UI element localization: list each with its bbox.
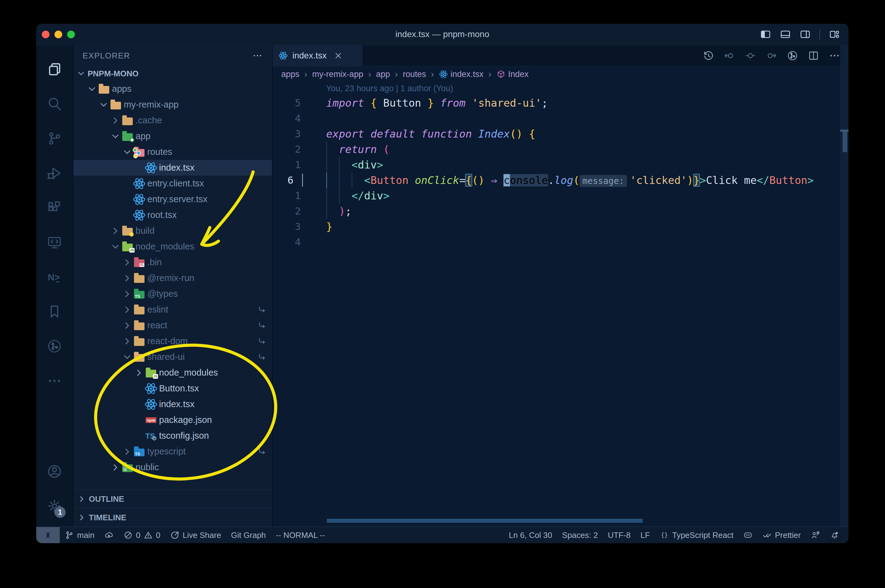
chevron-right-icon[interactable]	[122, 257, 132, 268]
activity-remote-explorer[interactable]	[43, 225, 66, 260]
nav-forward-icon[interactable]	[766, 50, 777, 62]
tree-item-shared-ui[interactable]: shared-ui	[73, 349, 272, 365]
close-tab-icon[interactable]	[334, 51, 343, 60]
tree-item-eslint[interactable]: eslint	[73, 302, 272, 318]
status-eol[interactable]: LF	[635, 527, 655, 543]
chevron-right-icon[interactable]	[134, 368, 144, 378]
activity-run-debug[interactable]	[43, 156, 66, 190]
breadcrumb-item-apps[interactable]: apps	[281, 69, 300, 79]
layout-customize-icon[interactable]	[829, 29, 840, 40]
tree-item-build[interactable]: build	[73, 223, 272, 238]
status-label: TypeScript React	[672, 531, 733, 540]
scrollbar-thumb[interactable]	[843, 132, 847, 152]
views-more-actions-icon[interactable]	[252, 50, 263, 61]
tree-item-root.tsx[interactable]: root.tsx	[73, 207, 272, 223]
tree-item-my-remix-app[interactable]: my-remix-app	[73, 97, 272, 112]
status-live-share[interactable]: Live Share	[165, 527, 226, 543]
status-publish[interactable]	[99, 527, 119, 543]
status-git-branch[interactable]: main	[60, 527, 99, 543]
more-actions-icon[interactable]	[829, 50, 840, 62]
tree-item-tsconfig.json[interactable]: TStsconfig.json	[73, 428, 272, 444]
activity-more-views[interactable]	[43, 363, 66, 398]
tree-item-@types[interactable]: TS@types	[73, 286, 272, 302]
tree-item-index.tsx[interactable]: index.tsx	[73, 396, 272, 412]
gitlens-graph-icon[interactable]	[787, 50, 798, 62]
chevron-down-icon[interactable]	[110, 131, 121, 142]
chevron-right-icon[interactable]	[110, 115, 121, 126]
tree-item-.cache[interactable]: .cache	[73, 112, 272, 128]
tree-item-node_modules[interactable]: JSnode_modules	[73, 365, 272, 381]
chevron-right-icon[interactable]	[110, 226, 121, 236]
remote-indicator-icon	[43, 530, 53, 540]
activity-settings[interactable]: 1	[43, 489, 66, 524]
status-notifications[interactable]	[825, 527, 844, 543]
tree-item-react[interactable]: react	[73, 318, 272, 333]
chevron-right-icon[interactable]	[122, 446, 132, 457]
tree-item-entry.client.tsx[interactable]: entry.client.tsx	[73, 176, 272, 191]
breadcrumb-item-index.tsx[interactable]: index.tsx	[439, 69, 484, 79]
chevron-down-icon[interactable]	[110, 242, 121, 252]
breadcrumb-item-app[interactable]: app	[376, 69, 390, 79]
status-encoding[interactable]: UTF-8	[603, 527, 635, 543]
chevron-down-icon[interactable]	[122, 147, 132, 158]
tree-item-Button.tsx[interactable]: Button.tsx	[73, 381, 272, 396]
feedback-icon	[811, 531, 820, 540]
horizontal-scrollbar[interactable]	[327, 519, 643, 523]
activity-extensions[interactable]	[43, 190, 66, 225]
panel-outline[interactable]: OUTLINE	[73, 489, 272, 508]
activity-bookmarks[interactable]	[43, 294, 66, 329]
layout-sidebar-right-icon[interactable]	[799, 29, 811, 40]
tree-item-.bin[interactable]: 01.bin	[73, 254, 272, 270]
chevron-down-icon[interactable]	[122, 352, 132, 362]
breadcrumb-item-routes[interactable]: routes	[403, 69, 426, 79]
layout-panel-icon[interactable]	[780, 29, 791, 40]
status-problems[interactable]: 00	[119, 527, 165, 543]
status-remote[interactable]	[36, 527, 60, 543]
tree-item-node_modules[interactable]: JSnode_modules	[73, 238, 272, 254]
tree-item-@remix-run[interactable]: @remix-run	[73, 270, 272, 286]
status-copilot[interactable]	[738, 527, 757, 543]
status-feedback[interactable]	[806, 527, 825, 543]
nav-dot-icon[interactable]	[745, 50, 756, 62]
status-cursor-position[interactable]: Ln 6, Col 30	[504, 527, 557, 543]
chevron-right-icon[interactable]	[110, 462, 121, 473]
chevron-right-icon[interactable]	[122, 289, 132, 299]
nav-back-icon[interactable]	[724, 50, 735, 62]
tree-item-public[interactable]: ☷public	[73, 459, 272, 475]
status-formatter[interactable]: Prettier	[757, 527, 806, 543]
activity-explorer[interactable]	[43, 52, 66, 87]
breadcrumb-item-Index[interactable]: Index	[496, 69, 528, 79]
status-git-graph[interactable]: Git Graph	[226, 527, 271, 543]
tree-item-package.json[interactable]: npmpackage.json	[73, 412, 272, 428]
status-indentation[interactable]: Spaces: 2	[557, 527, 603, 543]
tree-item-typescript[interactable]: TStypescript	[73, 444, 272, 459]
tree-item-react-dom[interactable]: react-dom	[73, 333, 272, 349]
chevron-right-icon[interactable]	[122, 273, 132, 284]
status-language-mode[interactable]: {}TypeScript React	[655, 527, 738, 543]
activity-source-control[interactable]	[43, 121, 66, 156]
vertical-scrollbar[interactable]	[840, 45, 849, 526]
tree-item-routes[interactable]: routes	[73, 144, 272, 160]
workspace-section-header[interactable]: PNPM-MONO	[73, 66, 272, 81]
chevron-right-icon[interactable]	[122, 304, 132, 315]
layout-sidebar-left-icon[interactable]	[760, 29, 771, 40]
code-editor[interactable]: You, 23 hours ago | 1 author (You)5impor…	[272, 82, 849, 526]
tree-item-entry.server.tsx[interactable]: entry.server.tsx	[73, 191, 272, 207]
split-editor-icon[interactable]	[808, 50, 819, 62]
panel-timeline[interactable]: TIMELINE	[73, 508, 272, 526]
chevron-right-icon[interactable]	[122, 320, 132, 331]
activity-nx-console[interactable]: N>	[43, 260, 66, 294]
breadcrumb-item-my-remix-app[interactable]: my-remix-app	[312, 69, 363, 79]
tree-item-apps[interactable]: apps	[73, 81, 272, 97]
tab-index-tsx[interactable]: index.tsx	[272, 45, 363, 66]
activity-search[interactable]	[43, 87, 66, 121]
history-icon[interactable]	[703, 50, 714, 62]
chevron-down-icon[interactable]	[87, 84, 97, 94]
activity-gitlens[interactable]	[43, 329, 66, 363]
tree-item-app[interactable]: app	[73, 128, 272, 144]
status-vim-mode[interactable]: -- NORMAL --	[271, 527, 330, 543]
chevron-down-icon[interactable]	[98, 99, 109, 110]
activity-accounts[interactable]	[43, 454, 66, 489]
tree-item-index.tsx[interactable]: index.tsx	[73, 160, 272, 176]
chevron-right-icon[interactable]	[122, 336, 132, 346]
